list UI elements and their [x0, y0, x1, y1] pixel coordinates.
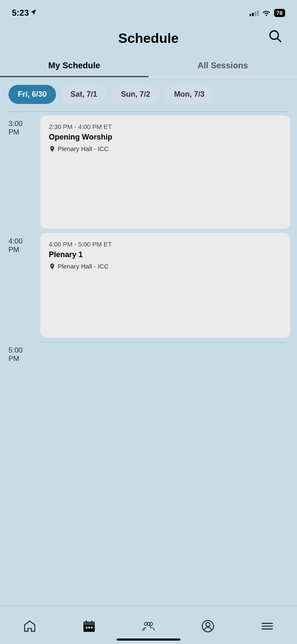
nav-home[interactable]: [16, 617, 43, 636]
battery-indicator: 78: [274, 9, 285, 17]
svg-rect-6: [86, 627, 87, 628]
svg-rect-8: [91, 627, 92, 628]
time-label-5pm: 5:00PM: [0, 342, 40, 367]
divider: [8, 112, 289, 112]
session-time-plenary: 4:00 PM - 5:00 PM ET: [49, 241, 282, 248]
home-icon: [23, 619, 36, 633]
tab-bar: My Schedule All Sessions: [0, 55, 297, 77]
svg-line-1: [277, 38, 281, 42]
time-display: 5:23: [12, 8, 29, 18]
status-icons: 78: [249, 9, 285, 17]
session-card-opening-worship[interactable]: 2:30 PM - 4:00 PM ET Opening Worship Ple…: [40, 115, 290, 229]
time-row-5pm: 5:00PM: [0, 342, 297, 409]
svg-rect-5: [84, 622, 95, 625]
svg-rect-7: [88, 627, 90, 628]
nav-profile[interactable]: [194, 617, 221, 636]
battery-level: 78: [277, 10, 283, 16]
session-time-opening: 2:30 PM - 4:00 PM ET: [49, 123, 282, 130]
header: Schedule: [0, 23, 297, 50]
nav-people[interactable]: [135, 617, 162, 636]
location-arrow-icon: [31, 9, 36, 17]
pill-monday[interactable]: Mon, 7/3: [165, 85, 214, 104]
location-pin-icon: [49, 146, 56, 152]
time-row-3pm: 3:00PM 2:30 PM - 4:00 PM ET Opening Wors…: [0, 115, 297, 229]
tab-my-schedule[interactable]: My Schedule: [0, 55, 148, 76]
search-button[interactable]: [266, 26, 285, 47]
session-card-plenary1[interactable]: 4:00 PM - 5:00 PM ET Plenary 1 Plenary H…: [40, 233, 290, 338]
profile-icon: [201, 619, 215, 633]
home-indicator: [117, 638, 180, 641]
time-row-4pm: 4:00PM 4:00 PM - 5:00 PM ET Plenary 1 Pl…: [0, 233, 297, 338]
schedule-area: 3:00PM 2:30 PM - 4:00 PM ET Opening Wors…: [0, 112, 297, 417]
pill-saturday[interactable]: Sat, 7/1: [61, 85, 106, 104]
calendar-icon: [82, 619, 96, 633]
wifi-icon: [262, 9, 271, 16]
svg-point-13: [206, 622, 210, 626]
session-title-opening: Opening Worship: [49, 133, 282, 142]
time-label-3pm: 3:00PM: [0, 115, 40, 140]
session-location-plenary: Plenary Hall - ICC: [49, 263, 282, 270]
pill-sunday[interactable]: Sun, 7/2: [112, 85, 160, 104]
nav-menu[interactable]: [254, 617, 281, 636]
signal-icon: [249, 9, 259, 16]
nav-schedule[interactable]: [76, 617, 103, 636]
page-title: Schedule: [118, 31, 179, 46]
session-location-opening: Plenary Hall - ICC: [49, 145, 282, 152]
session-title-plenary: Plenary 1: [49, 250, 282, 259]
location-pin-icon-2: [49, 263, 56, 270]
status-bar: 5:23 78: [0, 0, 297, 23]
menu-icon: [261, 619, 274, 633]
search-icon: [268, 29, 283, 43]
date-pill-bar: Fri, 6/30 Sat, 7/1 Sun, 7/2 Mon, 7/3: [0, 77, 297, 112]
tab-all-sessions[interactable]: All Sessions: [148, 55, 297, 76]
people-icon: [142, 619, 155, 633]
pill-friday[interactable]: Fri, 6/30: [8, 85, 56, 104]
time-label-4pm: 4:00PM: [0, 233, 40, 258]
status-time: 5:23: [12, 8, 36, 18]
